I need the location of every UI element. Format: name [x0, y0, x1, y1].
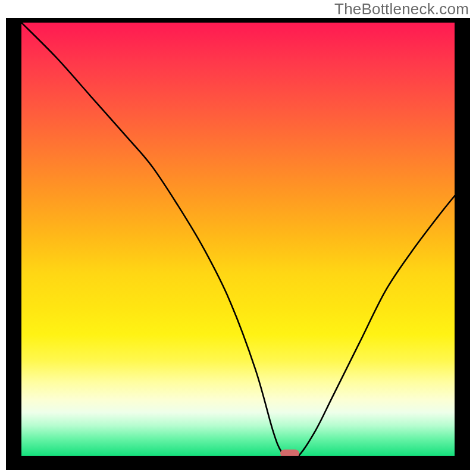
- plot-area: [21, 23, 455, 456]
- watermark-text: TheBottleneck.com: [334, 0, 469, 18]
- minimum-marker: [280, 450, 299, 456]
- chart-frame: TheBottleneck.com: [0, 0, 476, 476]
- bottleneck-curve: [21, 23, 455, 456]
- plot-border: [6, 18, 470, 470]
